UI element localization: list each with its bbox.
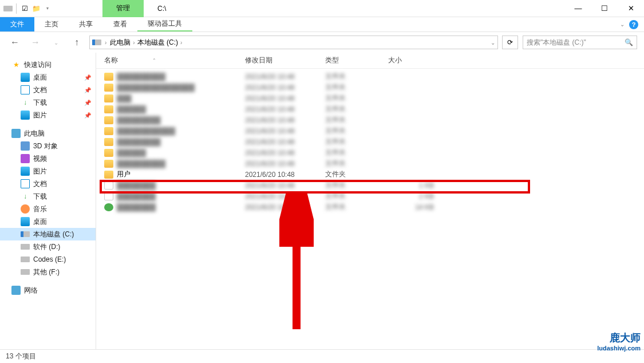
search-placeholder: 搜索"本地磁盘 (C:)" — [527, 38, 586, 48]
sidebar-drive-e[interactable]: Codes (E:) — [0, 253, 96, 266]
qat-customize-icon[interactable]: ▾ — [43, 4, 52, 13]
chevron-right-icon[interactable]: › — [180, 40, 182, 46]
contextual-tab-manage[interactable]: 管理 — [102, 0, 144, 17]
pc-icon — [11, 129, 21, 138]
table-row[interactable]: ██████████2021/6/20 10:48文件夹 — [96, 71, 644, 82]
sidebar-item-label: Codes (E:) — [33, 255, 66, 263]
folder-icon — [104, 171, 113, 179]
maximize-button[interactable]: ☐ — [591, 0, 618, 17]
file-date: 2021/6/20 10:48 — [245, 171, 325, 179]
video-icon — [21, 154, 30, 163]
column-header-date[interactable]: 修改日期 — [245, 56, 325, 65]
file-rows: ██████████2021/6/20 10:48文件夹 ███████████… — [96, 69, 644, 212]
download-icon: ↓ — [21, 98, 30, 107]
sidebar-item-label: 软件 (D:) — [33, 242, 60, 252]
sidebar-item-label: 视频 — [33, 154, 47, 164]
sidebar-videos[interactable]: 视频 — [0, 152, 96, 165]
column-headers: 名称⌃ 修改日期 类型 大小 — [96, 53, 644, 69]
folder-icon — [104, 127, 113, 135]
close-button[interactable]: ✕ — [618, 0, 644, 17]
sidebar-downloads2[interactable]: ↓下载 — [0, 190, 96, 203]
nav-back-button[interactable]: ← — [7, 34, 23, 50]
star-icon: ★ — [11, 60, 21, 69]
sidebar-documents2[interactable]: 文档 — [0, 177, 96, 190]
ribbon-right: ⌄ ? — [620, 17, 644, 31]
sidebar-music[interactable]: 音乐 — [0, 203, 96, 215]
table-row[interactable]: ████████████2021/6/20 10:48文件夹 — [96, 125, 644, 136]
table-row[interactable]: ████████2021/6/20 10:48文件夹2 KB — [96, 191, 644, 202]
table-row[interactable]: █████████2021/6/20 10:48文件夹 — [96, 136, 644, 147]
title-bar: ☑ 📁 ▾ 管理 C:\ — ☐ ✕ — [0, 0, 644, 17]
sidebar-item-label: 本地磁盘 (C:) — [33, 230, 74, 239]
sidebar-desktop2[interactable]: 桌面 — [0, 215, 96, 228]
breadcrumb-pc[interactable]: 此电脑 — [110, 38, 131, 48]
search-input[interactable]: 搜索"本地磁盘 (C:)" 🔍 — [523, 35, 637, 49]
file-icon — [104, 182, 113, 190]
ribbon-share-tab[interactable]: 共享 — [69, 17, 103, 31]
ribbon-drivetools-tab[interactable]: 驱动器工具 — [137, 17, 192, 31]
ribbon-file-tab[interactable]: 文件 — [0, 17, 34, 31]
help-icon[interactable]: ? — [629, 20, 638, 29]
sidebar-quick-access[interactable]: ★快速访问 — [0, 58, 96, 71]
sidebar-drive-d[interactable]: 软件 (D:) — [0, 240, 96, 253]
folder-icon — [104, 73, 113, 81]
table-row[interactable]: ████████2021/6/20 10:48文件夹1 KB — [96, 180, 644, 191]
address-dropdown-icon[interactable]: ⌄ — [491, 40, 495, 46]
nav-history-icon[interactable]: ⌄ — [48, 34, 64, 50]
sidebar-item-label: 桌面 — [33, 217, 47, 227]
download-icon: ↓ — [21, 192, 30, 201]
breadcrumb: 此电脑 › 本地磁盘 (C:) › — [110, 38, 182, 48]
sidebar-pictures[interactable]: 图片📌 — [0, 109, 96, 121]
ribbon-home-tab[interactable]: 主页 — [34, 17, 69, 31]
sidebar-item-label: 桌面 — [33, 73, 47, 82]
chevron-right-icon[interactable]: › — [105, 40, 106, 46]
picture-icon — [21, 111, 30, 120]
sidebar-downloads[interactable]: ↓下载📌 — [0, 96, 96, 109]
window-title: C:\ — [144, 5, 166, 13]
column-header-type[interactable]: 类型 — [325, 56, 388, 65]
sidebar-item-label: 网络 — [24, 286, 38, 295]
document-icon — [21, 85, 30, 94]
sidebar-desktop[interactable]: 桌面📌 — [0, 71, 96, 84]
qat-separator — [16, 3, 17, 14]
ribbon-expand-icon[interactable]: ⌄ — [620, 21, 625, 27]
table-row[interactable]: ████████2021/6/20 10:48文件夹14 KB — [96, 202, 644, 212]
sidebar-documents[interactable]: 文档📌 — [0, 84, 96, 96]
sidebar-item-label: 图片 — [33, 167, 47, 176]
table-row[interactable]: ████████████████2021/6/20 10:48文件夹 — [96, 82, 644, 93]
sidebar-this-pc[interactable]: 此电脑 — [0, 127, 96, 140]
sidebar-drive-f[interactable]: 其他 (F:) — [0, 266, 96, 278]
sidebar-item-label: 音乐 — [33, 204, 47, 214]
sidebar-item-label: 图片 — [33, 111, 47, 120]
table-row[interactable]: ██████2021/6/20 10:48文件夹 — [96, 104, 644, 115]
folder-icon — [104, 116, 113, 124]
sidebar-item-label: 3D 对象 — [33, 141, 58, 151]
breadcrumb-drive[interactable]: 本地磁盘 (C:) — [137, 38, 178, 48]
table-row[interactable]: ███2021/6/20 10:48文件夹 — [96, 93, 644, 104]
sidebar-network[interactable]: 网络 — [0, 284, 96, 297]
sidebar-3d-objects[interactable]: 3D 对象 — [0, 140, 96, 152]
column-header-name[interactable]: 名称⌃ — [96, 56, 245, 65]
qat-properties-icon[interactable]: ☑ — [20, 4, 29, 13]
file-icon — [104, 203, 113, 211]
table-row[interactable]: ██████████2021/6/20 10:48文件夹 — [96, 158, 644, 169]
nav-forward-button[interactable]: → — [27, 34, 44, 50]
table-row[interactable]: █████████2021/6/20 10:48文件夹 — [96, 115, 644, 125]
qat-newfolder-icon[interactable]: 📁 — [31, 4, 41, 13]
annotation-arrow-icon — [279, 192, 314, 335]
column-label: 名称 — [104, 56, 118, 65]
sidebar-drive-c[interactable]: 本地磁盘 (C:) — [0, 228, 96, 240]
ribbon-view-tab[interactable]: 查看 — [103, 17, 137, 31]
address-bar: ← → ⌄ ↑ › 此电脑 › 本地磁盘 (C:) › ⌄ ⟳ 搜索"本地磁盘 … — [0, 32, 644, 53]
table-row[interactable]: ██████2021/6/20 10:48文件夹 — [96, 147, 644, 158]
table-row-users[interactable]: 用户 2021/6/20 10:48 文件夹 — [96, 169, 644, 180]
chevron-right-icon[interactable]: › — [133, 40, 135, 46]
nav-up-button[interactable]: ↑ — [69, 34, 85, 50]
minimize-button[interactable]: — — [565, 0, 591, 17]
column-header-size[interactable]: 大小 — [388, 56, 434, 65]
picture-icon — [21, 167, 30, 176]
folder-icon — [104, 149, 113, 157]
refresh-button[interactable]: ⟳ — [502, 35, 518, 49]
address-box[interactable]: › 此电脑 › 本地磁盘 (C:) › ⌄ — [89, 35, 498, 49]
sidebar-pictures2[interactable]: 图片 — [0, 165, 96, 177]
